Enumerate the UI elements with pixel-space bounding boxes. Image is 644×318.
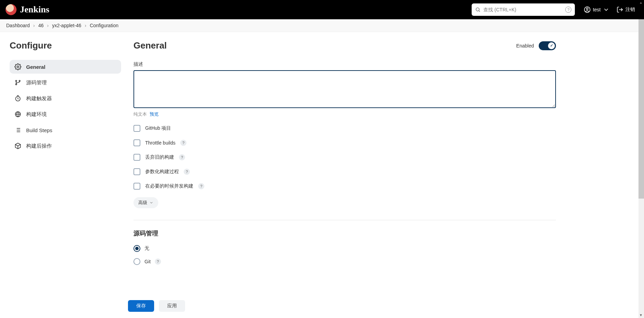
- radio-label: 无: [144, 245, 149, 252]
- global-search[interactable]: ?: [472, 3, 575, 16]
- svg-point-6: [15, 80, 17, 81]
- config-sidebar: Configure General 源码管理 构建触发器 构建环境 Build …: [10, 40, 121, 271]
- sidebar-item-label: 构建环境: [26, 111, 47, 118]
- chevron-down-icon: [603, 6, 610, 13]
- sidebar-item-label: 构建后操作: [26, 143, 52, 149]
- sidebar-item-general[interactable]: General: [10, 60, 121, 74]
- description-label: 描述: [133, 61, 556, 67]
- checkbox-row-discard: 丢弃旧的构建 ?: [133, 154, 556, 161]
- description-textarea[interactable]: [133, 70, 556, 108]
- scroll-up-icon[interactable]: ▲: [639, 1, 643, 5]
- breadcrumb-item[interactable]: yx2-applet-46: [52, 23, 81, 28]
- gear-icon: [14, 63, 21, 70]
- checkbox-row-parameterized: 参数化构建过程 ?: [133, 168, 556, 175]
- enabled-label: Enabled: [516, 43, 534, 49]
- checkbox-label: GitHub 项目: [145, 125, 171, 131]
- search-input[interactable]: [481, 7, 565, 12]
- scrollbar[interactable]: ▲ ▼: [638, 19, 644, 306]
- radio-scm-git[interactable]: [133, 258, 140, 265]
- plaintext-label: 纯文本: [133, 112, 147, 117]
- main-content: General Enabled 描述 纯文本 预览 GitHub 项目 Thro…: [133, 40, 556, 271]
- user-name: test: [593, 7, 601, 12]
- checkbox-label: 在必要的时候并发构建: [145, 183, 193, 189]
- section-divider: [133, 220, 556, 220]
- scrollbar-thumb[interactable]: [638, 19, 644, 199]
- brand-logo[interactable]: Jenkins: [6, 4, 49, 15]
- checkbox-throttle-builds[interactable]: [133, 139, 140, 146]
- sidebar-item-label: General: [26, 64, 45, 70]
- help-icon[interactable]: ?: [198, 183, 204, 189]
- radio-label: Git: [144, 259, 151, 264]
- checkbox-label: 丢弃旧的构建: [145, 154, 174, 160]
- search-icon: [475, 7, 481, 12]
- save-button[interactable]: 保存: [128, 300, 154, 306]
- preview-link[interactable]: 预览: [150, 112, 159, 117]
- chevron-right-icon: ›: [85, 23, 86, 28]
- branch-icon: [14, 79, 21, 86]
- svg-point-5: [17, 66, 19, 68]
- steps-icon: [14, 127, 21, 134]
- svg-line-1: [479, 11, 480, 12]
- svg-point-7: [15, 84, 17, 85]
- jenkins-mascot-icon: [6, 4, 17, 15]
- sidebar-item-environment[interactable]: 构建环境: [10, 107, 121, 121]
- section-heading-scm: 源码管理: [133, 229, 556, 237]
- sidebar-item-buildsteps[interactable]: Build Steps: [10, 123, 121, 137]
- sidebar-item-label: 构建触发器: [26, 95, 52, 102]
- breadcrumb: Dashboard › 46 › yx2-applet-46 › Configu…: [0, 19, 644, 32]
- bottom-action-bar: 保存 应用: [128, 295, 644, 306]
- breadcrumb-item[interactable]: Configuration: [90, 23, 118, 28]
- user-icon: [584, 6, 591, 13]
- advanced-button[interactable]: 高级: [133, 197, 158, 208]
- checkbox-row-throttle: Throttle builds ?: [133, 139, 556, 146]
- svg-point-8: [19, 80, 20, 81]
- checkbox-github-project[interactable]: [133, 125, 140, 132]
- section-heading-general: General: [133, 40, 516, 51]
- apply-button[interactable]: 应用: [159, 300, 185, 306]
- breadcrumb-item[interactable]: 46: [38, 23, 44, 28]
- sidebar-item-postbuild[interactable]: 构建后操作: [10, 139, 121, 153]
- sidebar-title: Configure: [10, 40, 121, 51]
- top-header: Jenkins ? test 注销: [0, 0, 644, 19]
- globe-icon: [14, 111, 21, 118]
- checkbox-parameterized[interactable]: [133, 168, 140, 175]
- checkbox-row-concurrent: 在必要的时候并发构建 ?: [133, 183, 556, 190]
- radio-row-none: 无: [133, 245, 556, 252]
- logout-icon: [616, 6, 623, 13]
- svg-point-0: [476, 8, 479, 11]
- search-help-icon[interactable]: ?: [565, 7, 571, 13]
- logout-label: 注销: [625, 7, 635, 13]
- timer-icon: [14, 95, 21, 102]
- advanced-label: 高级: [138, 200, 147, 206]
- package-icon: [14, 142, 21, 149]
- chevron-down-icon: [149, 201, 153, 205]
- user-menu[interactable]: test: [580, 6, 613, 13]
- svg-point-3: [587, 8, 588, 10]
- sidebar-item-triggers[interactable]: 构建触发器: [10, 92, 121, 105]
- breadcrumb-item[interactable]: Dashboard: [6, 23, 30, 28]
- logout-button[interactable]: 注销: [613, 6, 638, 13]
- checkbox-discard-old[interactable]: [133, 154, 140, 161]
- sidebar-item-label: 源码管理: [26, 80, 47, 86]
- help-icon[interactable]: ?: [179, 154, 185, 160]
- brand-name: Jenkins: [20, 4, 49, 15]
- checkbox-concurrent[interactable]: [133, 183, 140, 190]
- checkbox-label: Throttle builds: [145, 140, 175, 146]
- enabled-toggle[interactable]: [539, 41, 556, 50]
- help-icon[interactable]: ?: [155, 258, 161, 265]
- help-icon[interactable]: ?: [184, 169, 190, 175]
- chevron-right-icon: ›: [33, 23, 35, 28]
- checkbox-row-github: GitHub 项目: [133, 125, 556, 132]
- help-icon[interactable]: ?: [180, 140, 186, 146]
- checkbox-label: 参数化构建过程: [145, 169, 179, 175]
- chevron-right-icon: ›: [47, 23, 49, 28]
- radio-scm-none[interactable]: [133, 245, 140, 252]
- sidebar-item-label: Build Steps: [26, 127, 52, 133]
- sidebar-item-scm[interactable]: 源码管理: [10, 76, 121, 89]
- radio-row-git: Git ?: [133, 258, 556, 265]
